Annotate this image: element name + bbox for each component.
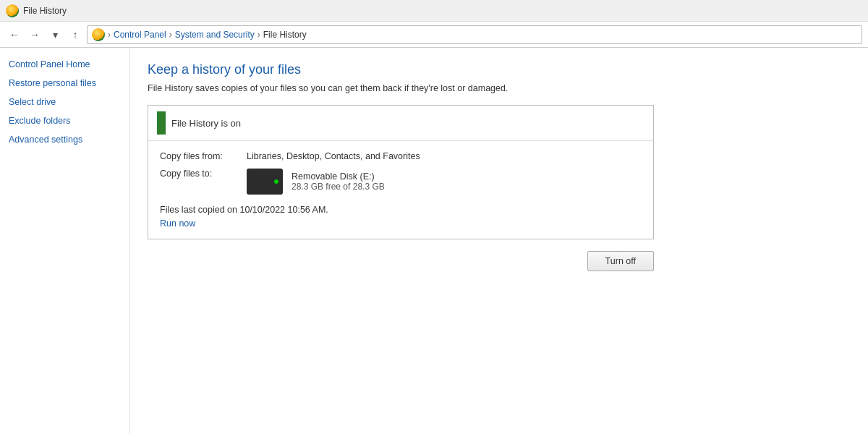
- sidebar-item-exclude-folders[interactable]: Exclude folders: [9, 116, 121, 126]
- breadcrumb: › Control Panel › System and Security › …: [87, 25, 862, 44]
- breadcrumb-file-history: File History: [263, 30, 307, 40]
- sidebar-item-restore-personal-files[interactable]: Restore personal files: [9, 78, 121, 88]
- back-button[interactable]: ←: [6, 26, 23, 43]
- last-copied-text: Files last copied on 10/10/2022 10:56 AM…: [160, 205, 642, 215]
- run-now-link[interactable]: Run now: [160, 218, 195, 229]
- window-title: File History: [23, 6, 67, 16]
- copy-files-from-label: Copy files from:: [160, 151, 247, 161]
- status-box: File History is on Copy files from: Libr…: [148, 105, 654, 239]
- sidebar-item-control-panel-home[interactable]: Control Panel Home: [9, 59, 121, 69]
- breadcrumb-system-security[interactable]: System and Security: [175, 30, 255, 40]
- address-bar: ← → ▾ ↑ › Control Panel › System and Sec…: [0, 22, 868, 48]
- drive-icon: [247, 169, 283, 195]
- sidebar-item-select-drive[interactable]: Select drive: [9, 97, 121, 107]
- page-heading: Keep a history of your files: [148, 62, 851, 77]
- control-panel-icon: [92, 28, 105, 41]
- main-window: Control Panel Home Restore personal file…: [0, 48, 868, 434]
- last-copied-section: Files last copied on 10/10/2022 10:56 AM…: [160, 205, 642, 229]
- breadcrumb-control-panel[interactable]: Control Panel: [114, 30, 166, 40]
- file-history-icon: [6, 4, 19, 17]
- copy-files-from-value: Libraries, Desktop, Contacts, and Favori…: [247, 151, 420, 161]
- action-bar: Turn off: [148, 251, 654, 271]
- content-area: Keep a history of your files File Histor…: [130, 48, 868, 434]
- copy-files-to-label: Copy files to:: [160, 169, 247, 179]
- copy-files-from-row: Copy files from: Libraries, Desktop, Con…: [160, 151, 642, 161]
- status-body: Copy files from: Libraries, Desktop, Con…: [148, 141, 653, 239]
- status-header: File History is on: [148, 106, 653, 141]
- status-indicator-green: [157, 111, 166, 135]
- turn-off-button[interactable]: Turn off: [587, 251, 654, 271]
- up-button[interactable]: ↑: [67, 26, 84, 43]
- drive-name: Removable Disk (E:): [292, 171, 385, 182]
- sidebar: Control Panel Home Restore personal file…: [0, 48, 130, 434]
- forward-button[interactable]: →: [26, 26, 43, 43]
- copy-files-to-row: Copy files to: Removable Disk (E:) 28.3 …: [160, 169, 642, 195]
- drive-info: Removable Disk (E:) 28.3 GB free of 28.3…: [247, 169, 385, 195]
- recent-locations-button[interactable]: ▾: [46, 26, 64, 43]
- sidebar-item-advanced-settings[interactable]: Advanced settings: [9, 135, 121, 145]
- drive-space: 28.3 GB free of 28.3 GB: [292, 182, 385, 192]
- page-description: File History saves copies of your files …: [148, 83, 851, 93]
- status-label: File History is on: [171, 118, 241, 129]
- title-bar: File History: [0, 0, 868, 22]
- drive-text-block: Removable Disk (E:) 28.3 GB free of 28.3…: [292, 171, 385, 192]
